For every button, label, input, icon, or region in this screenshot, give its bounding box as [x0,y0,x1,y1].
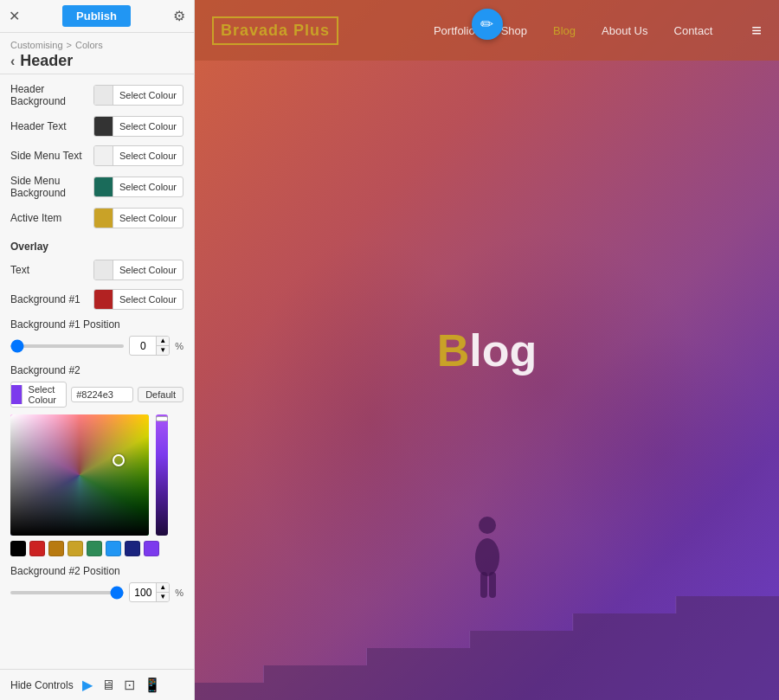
edit-icon-overlay[interactable]: ✏ [472,9,503,40]
mobile-icon[interactable]: 📱 [144,677,161,693]
menu-icon[interactable]: ≡ [751,21,762,41]
site-logo: Bravada Plus [212,16,338,45]
swatch-5[interactable] [106,541,121,556]
logo-highlight: Plus [293,22,330,39]
picker-circle[interactable] [113,454,125,466]
color-row-label-1: Header Text [10,120,93,132]
blog-title: Blog [437,324,538,376]
swatch-0[interactable] [10,541,26,556]
color-row-4: Active Item Select Colour [10,208,183,228]
bg2-spin-up[interactable]: ▲ [157,583,169,593]
page-title: ‹ Header [10,52,183,70]
color-row-btn-1[interactable]: Select Colour [93,116,183,137]
swatch-6[interactable] [125,541,140,556]
color-row-btn-3[interactable]: Select Colour [93,177,183,197]
color-row-label-0: Header Background [10,83,93,107]
breadcrumb-part1: Customising [10,40,63,50]
swatch-1[interactable] [29,541,45,556]
alpha-bar[interactable] [156,414,168,536]
swatch-7[interactable] [144,541,159,556]
overlay-text-label: Text [10,264,93,276]
bg2-swatch [11,385,23,404]
color-row-0: Header Background Select Colour [10,83,183,107]
svg-rect-2 [480,572,487,598]
color-row-1: Header Text Select Colour [10,116,183,137]
settings-icon[interactable]: ⚙ [173,8,185,24]
left-panel: ✕ Publish ⚙ Customising > Colors ‹ Heade… [0,0,195,700]
bg2-label: Background #2 [10,364,183,376]
color-row-btn-0[interactable]: Select Colour [93,85,183,106]
bg1-row: Background #1 Select Colour [10,289,183,310]
color-row-swatch-0 [94,86,113,105]
bg1-position-slider[interactable] [10,344,124,348]
nav-item-shop[interactable]: Shop [501,24,527,37]
back-button[interactable]: ‹ [10,54,15,69]
swatch-4[interactable] [87,541,102,556]
blog-title-b: B [437,324,470,376]
bg2-position-num-wrap: ▲ ▼ [129,582,170,602]
bg1-percent-label: % [175,341,183,351]
close-icon[interactable]: ✕ [9,8,20,24]
color-picker [10,414,179,556]
color-row-btn-text-2: Select Colour [113,149,183,163]
right-panel: ✏ Bravada Plus PortfolioShopBlogAbout Us… [195,0,779,700]
bg1-position-row: Background #1 Position ▲ ▼ % [10,318,183,356]
color-row-btn-text-4: Select Colour [113,211,183,225]
color-row-btn-text-0: Select Colour [113,88,183,102]
color-row-btn-2[interactable]: Select Colour [93,145,183,166]
bg2-position-spinner: ▲ ▼ [156,583,169,601]
color-row-btn-text-1: Select Colour [113,119,183,133]
bg1-spin-down[interactable]: ▼ [157,346,169,355]
bg1-btn-text: Select Colour [113,292,183,306]
hide-controls-button[interactable]: Hide Controls [10,679,74,691]
publish-button[interactable]: Publish [62,5,131,27]
overlay-section-label: Overlay [10,241,183,253]
swatch-3[interactable] [68,541,83,556]
bg1-color-btn[interactable]: Select Colour [93,289,183,310]
color-row-swatch-1 [94,117,113,136]
nav-item-blog[interactable]: Blog [553,24,576,37]
alpha-handle[interactable] [156,416,168,421]
nav-item-contact[interactable]: Contact [674,24,713,37]
bg1-spin-up[interactable]: ▲ [157,337,169,346]
bg1-position-input[interactable] [130,338,156,354]
panel-content: Header Background Select Colour Header T… [0,74,194,669]
logo-text: Bravada [221,22,293,39]
play-icon[interactable]: ▶ [82,677,93,693]
bg1-position-label: Background #1 Position [10,318,183,331]
tablet-icon[interactable]: ⊡ [124,677,135,693]
bg2-btn-text: Select Colour [23,382,67,407]
color-row-2: Side Menu Text Select Colour [10,145,183,166]
bg2-position-slider[interactable] [10,591,124,594]
bg2-default-btn[interactable]: Default [138,387,183,402]
bottom-bar: Hide Controls ▶ 🖥 ⊡ 📱 [0,669,194,700]
breadcrumb-sep: > [67,40,72,50]
color-rows-list: Header Background Select Colour Header T… [10,83,183,228]
bg1-position-spinner: ▲ ▼ [156,337,169,355]
hide-controls-label: Hide Controls [10,679,74,691]
breadcrumb-part2: Colors [75,40,103,50]
nav-item-about-us[interactable]: About Us [602,24,647,37]
color-canvas[interactable] [10,414,149,536]
bg2-hex-input[interactable] [71,387,133,402]
bg2-percent-label: % [175,588,183,598]
person-silhouette [461,510,513,596]
bg2-spin-down[interactable]: ▼ [157,593,169,601]
overlay-text-color-btn[interactable]: Select Colour [93,260,183,280]
swatch-2[interactable] [48,541,64,556]
svg-point-1 [475,538,499,576]
overlay-text-btn-text: Select Colour [113,263,183,277]
color-row-swatch-3 [94,177,113,196]
edit-icon: ✏ [480,15,493,34]
color-row-label-4: Active Item [10,212,93,224]
desktop-icon[interactable]: 🖥 [101,678,115,693]
nav-item-portfolio[interactable]: Portfolio [434,24,475,37]
bg2-color-btn[interactable]: Select Colour [10,382,67,408]
color-row-btn-4[interactable]: Select Colour [93,208,183,228]
bg2-position-input[interactable] [130,585,156,600]
breadcrumb: Customising > Colors [10,40,183,50]
bg2-position-row: Background #2 Position ▲ ▼ % [10,565,183,602]
bg1-position-num-wrap: ▲ ▼ [129,336,170,356]
overlay-text-row: Text Select Colour [10,260,183,280]
color-row-label-2: Side Menu Text [10,150,93,162]
